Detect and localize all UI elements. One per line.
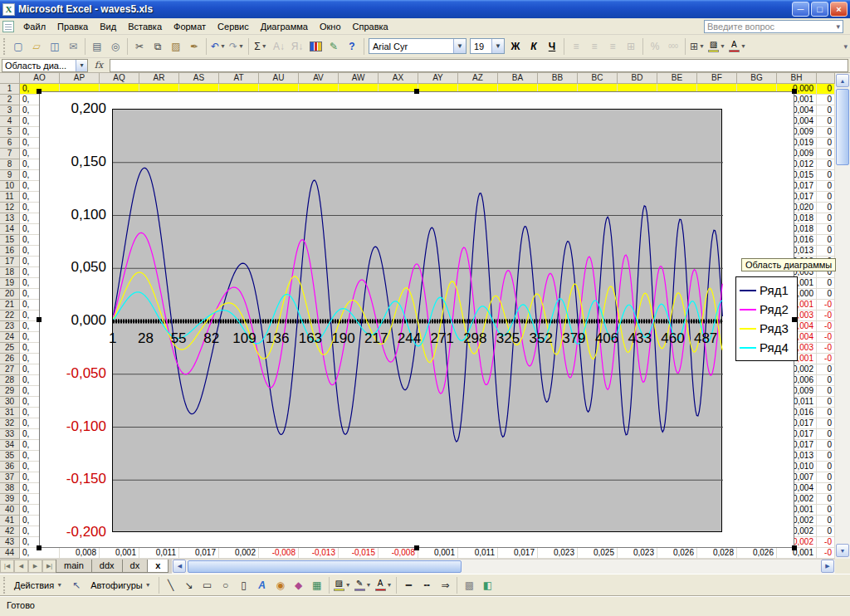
autoshapes-menu-button[interactable]: Автофигуры▼ <box>85 577 156 594</box>
grid-cell[interactable]: 0 <box>817 149 835 159</box>
menu-item[interactable]: Правка <box>51 19 94 34</box>
grid-cell[interactable]: 0 <box>817 462 835 472</box>
legend-item[interactable]: Ряд2 <box>738 300 795 319</box>
row-header[interactable]: 25 <box>0 343 20 354</box>
grid-cell[interactable]: 0 <box>817 472 835 483</box>
chevron-down-icon[interactable]: ▼ <box>453 39 466 53</box>
menu-item[interactable]: Справка <box>347 19 394 34</box>
line-style-button[interactable]: ━ <box>399 577 418 594</box>
legend-item[interactable]: Ряд4 <box>738 338 795 357</box>
align-right-button[interactable]: ≡ <box>603 38 622 55</box>
chevron-down-icon[interactable]: ▼ <box>740 43 746 49</box>
paste-button[interactable]: ▨ <box>167 38 185 55</box>
draw-menu-button[interactable]: Действия▼ <box>9 577 67 594</box>
column-header[interactable]: AP <box>60 73 100 84</box>
format-painter-button[interactable]: ✒ <box>185 38 203 55</box>
sheet-tab-ddx[interactable]: ddx <box>91 560 123 573</box>
name-box-dropdown-icon[interactable]: ▾ <box>76 60 87 71</box>
sort-asc-button[interactable]: А↓ <box>270 38 288 55</box>
column-header[interactable]: AR <box>139 73 179 84</box>
row-header[interactable]: 4 <box>0 116 20 127</box>
fill-color-button[interactable]: ▨▼ <box>706 38 727 55</box>
insert-picture-button[interactable]: ▦ <box>308 577 326 594</box>
grid-cell[interactable]: 0 <box>817 278 835 289</box>
row-header[interactable]: 11 <box>0 192 20 203</box>
3d-style-button[interactable]: ◧ <box>478 577 496 594</box>
grid-cell[interactable]: -0 <box>817 332 835 343</box>
redo-button[interactable]: ↷▼ <box>227 38 246 55</box>
row-header[interactable]: 20 <box>0 289 20 300</box>
row-header[interactable]: 28 <box>0 375 20 386</box>
grid-cell[interactable]: 0 <box>817 418 835 429</box>
sheet-tab-x[interactable]: x <box>147 560 169 573</box>
row-header[interactable]: 29 <box>0 386 20 397</box>
fill-color-button[interactable]: ▨▼ <box>332 577 353 594</box>
chevron-down-icon[interactable]: ▼ <box>220 43 226 49</box>
grid-cell[interactable]: 0,017 <box>179 548 219 559</box>
column-header[interactable]: BA <box>498 73 538 84</box>
chart-wizard-button[interactable] <box>306 38 325 55</box>
chevron-down-icon[interactable]: ▼ <box>345 582 351 588</box>
row-header[interactable]: 44 <box>0 548 20 559</box>
save-button[interactable]: ◫ <box>46 38 64 55</box>
align-left-button[interactable]: ≡ <box>567 38 585 55</box>
row-header[interactable]: 37 <box>0 472 20 483</box>
column-header[interactable]: AY <box>418 73 458 84</box>
grid-cell[interactable]: 0 <box>817 289 835 300</box>
legend-item[interactable]: Ряд3 <box>738 319 795 338</box>
grid-cell[interactable]: 0 <box>817 364 835 375</box>
grid-cell[interactable]: 0 <box>817 84 835 95</box>
italic-button[interactable]: К <box>525 38 543 55</box>
column-header[interactable]: AW <box>339 73 379 84</box>
grid-cell[interactable]: 0,008 <box>60 548 100 559</box>
row-header[interactable]: 22 <box>0 310 20 321</box>
borders-button[interactable]: ⊞▼ <box>688 38 706 55</box>
oval-button[interactable]: ○ <box>217 577 235 594</box>
column-header[interactable]: AV <box>299 73 339 84</box>
grid-cell[interactable]: -0 <box>817 354 835 364</box>
column-header[interactable]: AU <box>259 73 299 84</box>
column-header[interactable]: BB <box>538 73 578 84</box>
tab-scroll-icon[interactable]: ▶| <box>42 560 56 573</box>
row-header[interactable]: 41 <box>0 516 20 526</box>
diagram-button[interactable]: ◉ <box>271 577 290 594</box>
selection-handle[interactable] <box>792 317 797 322</box>
merge-center-button[interactable]: ⊞ <box>622 38 640 55</box>
menu-item[interactable]: Файл <box>17 19 51 34</box>
row-header[interactable]: 27 <box>0 364 20 375</box>
row-header[interactable]: 12 <box>0 203 20 213</box>
row-header[interactable]: 18 <box>0 267 20 278</box>
rectangle-button[interactable]: ▭ <box>198 577 217 594</box>
line-color-button[interactable]: ✎▼ <box>353 577 374 594</box>
grid-cell[interactable]: 0 <box>817 224 835 235</box>
chart-area[interactable]: 0,2000,1500,1000,0500,000-0,050-0,100-0,… <box>39 91 794 548</box>
grid-cell[interactable]: 0,001 <box>418 548 458 559</box>
menu-item[interactable]: Окно <box>314 19 347 34</box>
grid-cell[interactable]: 0,026 <box>657 548 697 559</box>
series-line-1[interactable] <box>114 168 723 442</box>
column-header[interactable]: BC <box>578 73 618 84</box>
chevron-down-icon[interactable]: ▼ <box>699 43 705 49</box>
drawing-button[interactable]: ✎ <box>325 38 343 55</box>
chevron-down-icon[interactable]: ▼ <box>56 582 62 588</box>
chevron-down-icon[interactable]: ▼ <box>491 39 504 53</box>
cut-button[interactable]: ✂ <box>130 38 149 55</box>
grid-cell[interactable]: 0 <box>817 105 835 116</box>
row-header[interactable]: 19 <box>0 278 20 289</box>
grid-cell[interactable]: 0 <box>817 138 835 149</box>
toolbar-options-icon[interactable]: ▾ <box>843 42 848 51</box>
selection-handle[interactable] <box>414 545 419 550</box>
align-center-button[interactable]: ≡ <box>585 38 603 55</box>
row-header[interactable]: 10 <box>0 181 20 192</box>
row-header[interactable]: 17 <box>0 257 20 267</box>
menu-item[interactable]: Вставка <box>122 19 168 34</box>
grid-cell[interactable]: 0 <box>817 116 835 127</box>
grid-cell[interactable]: 0 <box>817 235 835 246</box>
row-header[interactable]: 40 <box>0 505 20 516</box>
dash-style-button[interactable]: ╍ <box>418 577 436 594</box>
line-button[interactable]: ╲ <box>162 577 180 594</box>
row-header[interactable]: 36 <box>0 462 20 472</box>
question-box[interactable]: Введите вопрос ▾ <box>704 20 843 33</box>
scroll-right-icon[interactable]: ▶ <box>821 560 834 573</box>
minimize-button[interactable]: ─ <box>792 2 809 17</box>
